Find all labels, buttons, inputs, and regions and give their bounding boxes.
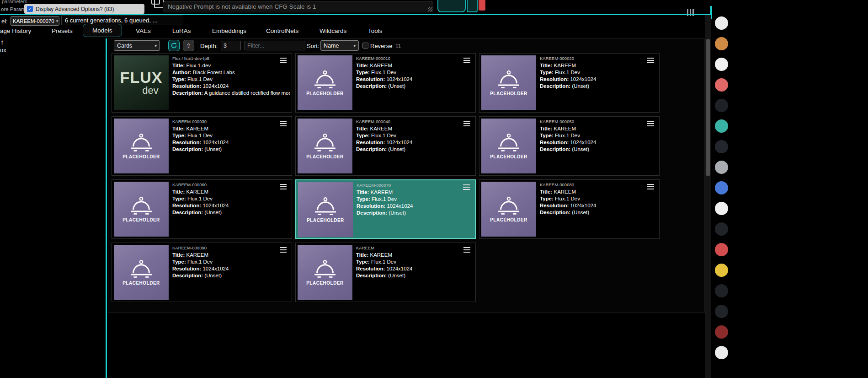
model-description: Description: (Unset) (357, 210, 413, 216)
interrupt-button[interactable] (479, 0, 485, 11)
tab-presets[interactable]: Presets (52, 27, 73, 34)
card-menu-icon[interactable] (463, 121, 470, 128)
advanced-options-label[interactable]: Display Advanced Options? (83) (36, 6, 114, 12)
model-type: Type: Flux.1 Dev (540, 132, 596, 139)
model-card[interactable]: PLACEHOLDER KAREEM-000010 Title: KAREEM … (295, 53, 476, 113)
model-card[interactable]: PLACEHOLDER KAREEM-000040 Title: KAREEM … (295, 116, 476, 176)
favicon-circle[interactable] (715, 37, 728, 50)
favicon-circle[interactable] (715, 181, 728, 194)
model-card[interactable]: PLACEHOLDER KAREEM-000050 Title: KAREEM … (479, 116, 660, 176)
favicon-circle[interactable] (715, 243, 728, 256)
favicon-circle[interactable] (715, 58, 728, 71)
flux-logo-text: FLUX (120, 70, 163, 85)
field-value: Black Forest Labs (193, 70, 235, 75)
tab-image-history[interactable]: age History (0, 27, 31, 34)
field-value: 1024x1024 (570, 76, 596, 82)
scrollbar-thumb[interactable] (706, 39, 710, 176)
favicon-circle[interactable] (715, 99, 728, 112)
field-value: Flux.1 Dev (555, 70, 580, 75)
model-select[interactable]: KAREEM-000070 ▾ (11, 16, 59, 26)
model-title: Title: KAREEM (356, 125, 412, 132)
favicon-circle[interactable] (715, 284, 728, 297)
tab-models[interactable]: Models (83, 24, 122, 37)
view-mode-select[interactable]: Cards ▾ (114, 40, 160, 51)
model-card[interactable]: PLACEHOLDER KAREEM-000030 Title: KAREEM … (112, 116, 292, 176)
favicon-circle[interactable] (715, 222, 728, 236)
card-menu-icon[interactable] (280, 58, 287, 65)
reverse-label[interactable]: Reverse (370, 43, 392, 49)
refresh-button[interactable] (168, 40, 180, 51)
tab-embeddings[interactable]: Embeddings (212, 27, 246, 34)
field-value: KAREEM (186, 189, 208, 194)
negative-prompt-box[interactable]: Negative Prompt is not available when CF… (163, 1, 433, 12)
card-menu-icon[interactable] (647, 121, 654, 128)
bell-icon (496, 70, 522, 90)
field-value: Flux.1 Dev (555, 133, 580, 138)
card-menu-icon[interactable] (463, 58, 470, 65)
model-info: KAREEM-000040 Title: KAREEM Type: Flux.1… (356, 119, 412, 173)
generate-forever-button[interactable] (467, 0, 478, 12)
tree-item[interactable]: ux (0, 47, 6, 54)
tab-vaes[interactable]: VAEs (136, 27, 151, 34)
resize-handle-icon[interactable] (428, 7, 432, 11)
model-card[interactable]: PLACEHOLDER KAREEM-000060 Title: KAREEM … (112, 179, 292, 239)
field-value: KAREEM (186, 252, 208, 258)
browser-tab-strip (713, 11, 731, 378)
model-card-selected[interactable]: PLACEHOLDER KAREEM-000070 Title: KAREEM … (295, 179, 476, 239)
tab-controlnets[interactable]: ControlNets (266, 27, 298, 34)
chevron-down-icon: ▾ (56, 19, 59, 23)
favicon-circle[interactable] (715, 305, 728, 318)
field-label: Resolution: (356, 140, 385, 145)
field-label: Resolution: (172, 140, 201, 145)
depth-input[interactable] (221, 41, 241, 50)
tab-loras[interactable]: LoRAs (172, 27, 191, 34)
field-label: Title: (540, 189, 552, 194)
scrollbar[interactable] (705, 15, 711, 378)
tab-wildcards[interactable]: Wildcards (320, 27, 346, 34)
model-resolution: Resolution: 1024x1024 (356, 76, 412, 83)
tab-tools[interactable]: Tools (368, 27, 383, 34)
tree-item[interactable]: t (1, 39, 3, 46)
model-info: KAREEM-000090 Title: KAREEM Type: Flux.1… (172, 245, 229, 300)
advanced-options-checkbox[interactable]: ✓ (27, 6, 33, 12)
favicon-circle[interactable] (715, 161, 728, 174)
model-description: Description: (Unset) (172, 209, 229, 216)
generate-button[interactable] (437, 0, 466, 12)
favicon-circle[interactable] (715, 325, 728, 339)
field-label: Description: (172, 210, 203, 215)
model-card[interactable]: PLACEHOLDER KAREEM Title: KAREEM Type: F… (295, 243, 476, 302)
favicon-circle[interactable] (715, 16, 728, 30)
card-menu-icon[interactable] (463, 184, 470, 191)
chevron-down-icon: ▾ (154, 43, 157, 48)
image-layers-icon[interactable] (151, 0, 160, 5)
card-menu-icon[interactable] (280, 121, 287, 128)
card-menu-icon[interactable] (463, 247, 470, 254)
field-label: Title: (172, 126, 185, 131)
card-menu-icon[interactable] (280, 247, 287, 254)
model-resolution: Resolution: 1024x1024 (172, 139, 229, 146)
model-thumbnail: PLACEHOLDER (481, 119, 536, 173)
reverse-checkbox[interactable] (362, 43, 368, 49)
field-value: (Unset) (388, 83, 405, 89)
model-card[interactable]: PLACEHOLDER KAREEM-000020 Title: KAREEM … (479, 53, 660, 113)
filter-input[interactable] (245, 41, 305, 50)
up-folder-button[interactable]: ⇧ (183, 40, 194, 51)
accent-divider (0, 14, 711, 15)
model-card[interactable]: PLACEHOLDER KAREEM-000090 Title: KAREEM … (112, 243, 292, 302)
placeholder-label: PLACEHOLDER (307, 218, 344, 223)
field-label: Type: (540, 196, 554, 201)
panel-divider (106, 38, 107, 378)
favicon-circle[interactable] (715, 78, 728, 92)
model-card[interactable]: PLACEHOLDER KAREEM-000080 Title: KAREEM … (479, 179, 660, 239)
sort-select[interactable]: Name ▾ (320, 40, 359, 51)
card-menu-icon[interactable] (647, 58, 654, 65)
favicon-circle[interactable] (715, 264, 728, 277)
favicon-circle[interactable] (715, 119, 728, 133)
favicon-circle[interactable] (715, 346, 728, 359)
favicon-circle[interactable] (715, 140, 728, 153)
model-card[interactable]: FLUX dev Flux / flux1-dev-fp8 Title: Flu… (112, 53, 292, 113)
favicon-circle[interactable] (715, 202, 728, 215)
field-value: Flux.1 Dev (187, 133, 213, 138)
card-menu-icon[interactable] (280, 184, 287, 191)
card-menu-icon[interactable] (647, 184, 654, 191)
